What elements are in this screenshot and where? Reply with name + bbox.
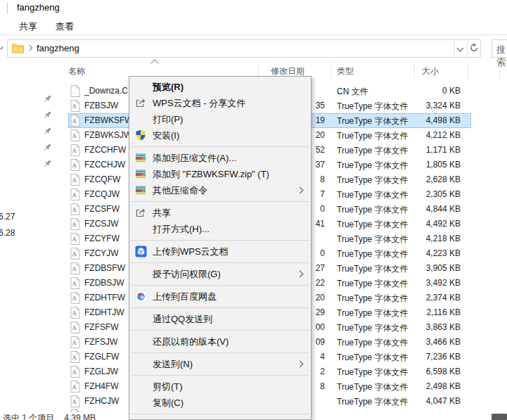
menu-separator	[131, 307, 309, 308]
menu-item[interactable]: 其他压缩命令	[129, 182, 311, 198]
menu-item[interactable]: 授予访问权限(G)	[129, 266, 311, 282]
refresh-icon[interactable]	[469, 43, 479, 56]
menu-item[interactable]: 上传到WPS云文档	[129, 243, 311, 260]
file-size: 7,236 KB	[397, 352, 461, 362]
file-size: 4,844 KB	[397, 204, 461, 214]
explorer-window: fangzheng 共享 查看 fangzheng 搜索 包图6.27图6.28…	[0, 0, 507, 420]
menu-item-label: 添加到 "FZBWKSFW.zip" (T)	[153, 169, 269, 179]
tab-view[interactable]: 查看	[56, 20, 74, 33]
ttf-file-icon: A	[70, 203, 80, 215]
file-name: FZFSFW	[84, 322, 119, 332]
menu-separator	[131, 240, 309, 241]
menu-item[interactable]: 添加到压缩文件(A)...	[129, 150, 311, 166]
submenu-arrow-icon	[297, 361, 304, 368]
up-arrow-fragment[interactable]	[0, 43, 3, 53]
sidebar-item-fragment[interactable]: 图6.27	[0, 211, 15, 223]
menu-item-label: 其他压缩命令	[153, 185, 207, 196]
view-toggle-fragment[interactable]	[492, 414, 507, 420]
menu-item[interactable]: 添加到 "FZBWKSFW.zip" (T)	[129, 166, 311, 182]
column-divider[interactable]	[468, 63, 468, 79]
menu-item[interactable]: 通过QQ发送到	[129, 311, 311, 327]
file-name: FZCQFW	[84, 174, 120, 184]
column-header-size[interactable]: 大小	[422, 65, 439, 77]
file-size: 2,498 KB	[397, 381, 461, 391]
svg-text:A: A	[72, 221, 77, 228]
svg-text:A: A	[72, 117, 77, 125]
column-header-type[interactable]: 类型	[337, 65, 354, 77]
menu-item[interactable]: 发送到(N)	[129, 356, 311, 372]
menu-item[interactable]: 还原以前的版本(V)	[129, 333, 311, 350]
pin-icon	[43, 142, 52, 151]
ttf-file-icon: A	[70, 174, 80, 186]
menu-item-label: 上传到WPS云文档	[153, 246, 229, 257]
menu-item-label: 通过QQ发送到	[153, 314, 212, 324]
svg-text:A: A	[72, 206, 77, 213]
breadcrumb[interactable]: fangzheng	[37, 43, 79, 53]
ttf-file-icon: A	[70, 292, 80, 304]
menu-item[interactable]: 复制(C)	[129, 395, 311, 411]
share-icon	[135, 207, 147, 219]
menu-item-label: 授予访问权限(G)	[153, 269, 221, 279]
menu-item-label: 剪切(T)	[153, 381, 183, 392]
menu-separator	[131, 262, 309, 263]
ttf-file-icon: A	[70, 262, 80, 274]
file-size: 4,218 KB	[397, 234, 461, 243]
menu-separator	[131, 146, 309, 147]
file-name: FZCYJW	[84, 248, 119, 258]
menu-item[interactable]: 打开方式(H)...	[129, 221, 311, 237]
column-divider[interactable]	[414, 63, 415, 79]
svg-text:A: A	[72, 383, 77, 390]
menu-item[interactable]: 安装(I)	[129, 127, 311, 144]
menu-item-label: 打印(P)	[153, 114, 183, 125]
file-icon	[70, 85, 80, 97]
file-name: FZGLJW	[84, 367, 118, 376]
svg-text:A: A	[72, 398, 77, 405]
file-size: 0 KB	[397, 86, 461, 96]
ttf-file-icon: A	[70, 351, 80, 363]
file-name: FZCCHJW	[84, 160, 125, 170]
sidebar-item-fragment[interactable]: 图6.28	[0, 227, 15, 239]
menu-item[interactable]: WPS云文档 - 分享文件	[129, 95, 311, 111]
svg-text:A: A	[72, 369, 77, 376]
menu-item-label: 上传到百度网盘	[153, 291, 217, 302]
address-divider	[467, 40, 468, 57]
file-size: 4,047 KB	[397, 396, 461, 406]
menu-separator	[131, 414, 309, 414]
file-name: FZGLFW	[84, 352, 119, 362]
menu-item[interactable]: 剪切(T)	[129, 378, 311, 395]
file-name: FZDHTJW	[84, 307, 124, 317]
menu-item[interactable]: 预览(R)	[129, 79, 311, 95]
file-size: 6,598 KB	[397, 367, 461, 376]
ttf-file-icon: A	[70, 100, 80, 112]
title-divider	[7, 3, 8, 13]
menu-item-label: 预览(R)	[153, 82, 184, 92]
file-name: FZCCHFW	[84, 145, 126, 155]
file-name: FZCYFW	[84, 234, 120, 243]
menu-item[interactable]: 打印(P)	[129, 111, 311, 127]
svg-text:A: A	[72, 191, 77, 198]
window-title: fangzheng	[17, 2, 60, 13]
selection-size: 4.39 MB	[64, 413, 96, 420]
ttf-file-icon: A	[70, 189, 80, 201]
column-divider[interactable]	[499, 63, 500, 79]
baidu-netdisk-icon	[135, 291, 147, 303]
pin-icon	[43, 158, 52, 167]
file-size: 2,374 KB	[397, 293, 461, 303]
pin-icon	[43, 126, 52, 135]
menu-item[interactable]: 共享	[129, 205, 311, 221]
svg-text:A: A	[72, 295, 77, 302]
column-divider[interactable]	[330, 63, 331, 79]
file-name: FZBSJW	[84, 101, 118, 110]
file-size: 3,466 KB	[397, 337, 461, 347]
ttf-file-icon: A	[70, 307, 80, 319]
ttf-file-icon: A	[70, 336, 80, 348]
status-bar: 选中 1 个项目4.39 MB	[3, 412, 96, 420]
menu-item[interactable]: 上传到百度网盘	[129, 288, 311, 305]
ttf-file-icon: A	[70, 129, 80, 141]
ttf-file-icon: A	[70, 144, 80, 156]
column-header-name[interactable]: 名称	[68, 65, 85, 77]
file-name: FZDBSJW	[84, 278, 124, 288]
file-name: FZHCJW	[84, 396, 119, 406]
file-size: 4,492 KB	[397, 219, 461, 229]
tab-share[interactable]: 共享	[19, 20, 37, 33]
